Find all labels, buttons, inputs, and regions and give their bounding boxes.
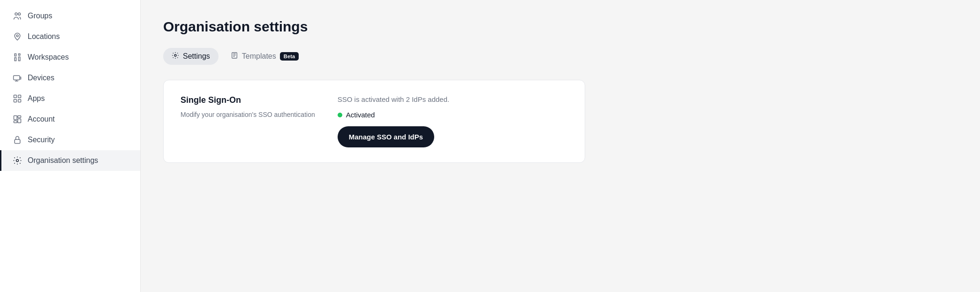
sidebar-item-security[interactable]: Security: [0, 130, 140, 150]
settings-tab-icon: [172, 52, 179, 61]
sidebar-item-workspaces-label: Workspaces: [28, 53, 69, 61]
card-right: SSO is activated with 2 IdPs added. Acti…: [338, 95, 449, 147]
activated-label: Activated: [346, 111, 375, 119]
templates-tab-icon: [231, 52, 238, 61]
organisation-settings-icon: [13, 156, 22, 165]
tabs-bar: Settings Templates Beta: [163, 48, 957, 65]
sidebar-item-organisation-settings[interactable]: Organisation settings: [0, 150, 140, 171]
sidebar-item-devices-label: Devices: [28, 74, 54, 82]
svg-point-1: [18, 13, 21, 15]
svg-rect-10: [18, 119, 21, 123]
sidebar-item-locations-label: Locations: [28, 32, 60, 41]
svg-rect-7: [18, 100, 21, 102]
groups-icon: [13, 11, 22, 21]
workspaces-icon: [13, 53, 22, 62]
sidebar-item-account[interactable]: Account: [0, 109, 140, 130]
sidebar-item-account-label: Account: [28, 115, 55, 123]
sidebar-item-apps[interactable]: Apps: [0, 88, 140, 109]
svg-point-14: [174, 54, 176, 56]
sidebar-item-groups-label: Groups: [28, 12, 52, 20]
sso-status-text: SSO is activated with 2 IdPs added.: [338, 95, 449, 103]
svg-rect-6: [14, 100, 17, 102]
tab-settings-label: Settings: [183, 52, 210, 61]
svg-point-13: [16, 160, 19, 162]
tab-templates-label: Templates: [242, 52, 276, 61]
tab-templates[interactable]: Templates Beta: [222, 48, 308, 65]
svg-rect-3: [14, 76, 20, 80]
svg-rect-4: [14, 95, 17, 98]
page-title: Organisation settings: [163, 19, 957, 35]
sso-card: Single Sign-On Modify your organisation'…: [163, 80, 585, 163]
sidebar-item-security-label: Security: [28, 136, 55, 144]
svg-rect-5: [18, 95, 21, 98]
sidebar: Groups Locations Workspaces Devi: [0, 0, 141, 292]
sidebar-item-groups[interactable]: Groups: [0, 6, 140, 26]
svg-rect-8: [14, 116, 17, 120]
card-left: Single Sign-On Modify your organisation'…: [181, 95, 315, 147]
activated-row: Activated: [338, 111, 449, 119]
sidebar-item-devices[interactable]: Devices: [0, 68, 140, 88]
tab-settings[interactable]: Settings: [163, 48, 219, 65]
beta-badge: Beta: [280, 52, 299, 61]
account-icon: [13, 115, 22, 124]
svg-point-2: [16, 35, 18, 37]
svg-rect-9: [18, 116, 21, 118]
sidebar-item-apps-label: Apps: [28, 94, 45, 103]
activated-dot: [338, 113, 342, 117]
card-description: Modify your organisation's SSO authentic…: [181, 110, 315, 120]
svg-rect-11: [14, 121, 17, 123]
sidebar-item-organisation-settings-label: Organisation settings: [28, 156, 98, 165]
devices-icon: [13, 73, 22, 83]
security-icon: [13, 135, 22, 145]
apps-icon: [13, 94, 22, 103]
sidebar-item-locations[interactable]: Locations: [0, 26, 140, 47]
main-content: Organisation settings Settings Templates…: [141, 0, 980, 292]
card-title: Single Sign-On: [181, 95, 315, 105]
svg-point-0: [15, 13, 17, 15]
sidebar-item-workspaces[interactable]: Workspaces: [0, 47, 140, 68]
svg-rect-12: [15, 139, 20, 143]
manage-sso-button[interactable]: Manage SSO and IdPs: [338, 126, 434, 147]
location-icon: [13, 32, 22, 41]
